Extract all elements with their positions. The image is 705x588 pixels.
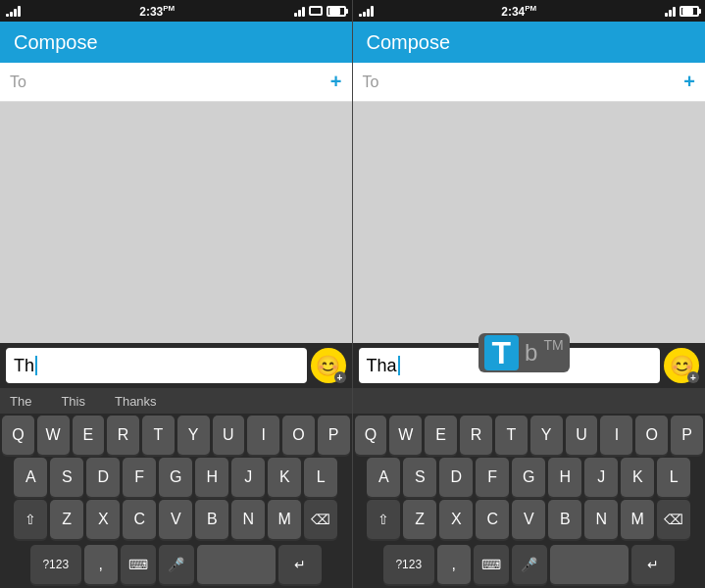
key-m-left[interactable]: M <box>268 500 301 539</box>
key-j-right[interactable]: J <box>584 458 618 497</box>
key-f-left[interactable]: F <box>123 458 156 497</box>
key-u-left[interactable]: U <box>213 416 245 455</box>
key-k-left[interactable]: K <box>268 458 301 497</box>
to-plus-right[interactable]: + <box>683 71 695 93</box>
key-d-left[interactable]: D <box>86 458 120 497</box>
key-backspace-right[interactable]: ⌫ <box>657 500 690 539</box>
key-a-left[interactable]: A <box>14 458 47 497</box>
text-input-left[interactable]: Th <box>6 348 307 383</box>
key-e-left[interactable]: E <box>73 416 105 455</box>
key-space-right[interactable] <box>550 545 629 584</box>
key-a-right[interactable]: A <box>367 458 400 497</box>
key-keyboard-right[interactable]: ⌨ <box>474 545 509 584</box>
status-right-left <box>294 5 346 17</box>
key-y-right[interactable]: Y <box>530 416 563 455</box>
key-j-left[interactable]: J <box>231 458 265 497</box>
key-f-right[interactable]: F <box>476 458 509 497</box>
message-body-left[interactable] <box>0 102 352 343</box>
key-o-right[interactable]: O <box>635 416 668 455</box>
status-bar-right: 2:34PM <box>353 0 706 22</box>
key-g-left[interactable]: G <box>159 458 192 497</box>
key-l-right[interactable]: L <box>657 458 690 497</box>
key-sym-left[interactable]: ?123 <box>30 545 81 584</box>
key-shift-right[interactable]: ⇧ <box>367 500 400 539</box>
bottom-row-left: ?123 , ⌨ 🎤 ↵ <box>2 542 350 588</box>
keyboard-right: Tha T b TM 😊 + Q W E R T Y <box>353 343 706 588</box>
key-v-right[interactable]: V <box>512 500 545 539</box>
key-x-right[interactable]: X <box>439 500 473 539</box>
key-row-3-right: ⇧ Z X C V B N M ⌫ <box>355 500 704 539</box>
suggestion-2-left[interactable]: This <box>61 394 85 409</box>
suggestions-left: The This Thanks <box>0 388 352 414</box>
key-row-1-right: Q W E R T Y U I O P <box>355 416 704 455</box>
message-body-right[interactable] <box>353 102 706 343</box>
key-z-right[interactable]: Z <box>403 500 436 539</box>
key-b-left[interactable]: B <box>195 500 228 539</box>
key-space-left[interactable] <box>197 545 276 584</box>
key-mic-left[interactable]: 🎤 <box>159 545 194 584</box>
key-l-left[interactable]: L <box>304 458 337 497</box>
key-y-left[interactable]: Y <box>177 416 210 455</box>
key-d-right[interactable]: D <box>439 458 473 497</box>
popup-T: T <box>484 335 520 370</box>
key-t-left[interactable]: T <box>142 416 175 455</box>
suggestion-3-left[interactable]: Thanks <box>115 394 157 409</box>
key-w-left[interactable]: W <box>37 416 70 455</box>
key-m-right[interactable]: M <box>621 500 654 539</box>
key-k-right[interactable]: K <box>621 458 654 497</box>
emoji-btn-left[interactable]: 😊 + <box>311 348 346 383</box>
key-g-right[interactable]: G <box>512 458 545 497</box>
battery-right <box>680 6 699 17</box>
key-b-right[interactable]: B <box>548 500 581 539</box>
key-x-left[interactable]: X <box>86 500 120 539</box>
key-i-right[interactable]: I <box>600 416 632 455</box>
key-p-left[interactable]: P <box>318 416 350 455</box>
popup-tm: TM <box>543 337 563 353</box>
key-q-left[interactable]: Q <box>2 416 34 455</box>
key-p-right[interactable]: P <box>671 416 703 455</box>
signal-icon-left <box>6 5 21 17</box>
left-panel: 2:33PM Compose To + Th <box>0 0 353 588</box>
emoji-btn-right[interactable]: 😊 + <box>664 348 699 383</box>
key-n-left[interactable]: N <box>231 500 265 539</box>
key-i-left[interactable]: I <box>247 416 279 455</box>
key-backspace-left[interactable]: ⌫ <box>304 500 337 539</box>
key-o-left[interactable]: O <box>282 416 315 455</box>
key-u-right[interactable]: U <box>566 416 598 455</box>
key-e-right[interactable]: E <box>425 416 457 455</box>
to-plus-left[interactable]: + <box>330 71 342 93</box>
emoji-plus-left: + <box>334 371 346 383</box>
title-bar-right: Compose <box>353 22 706 63</box>
key-w-right[interactable]: W <box>389 416 422 455</box>
key-mic-right[interactable]: 🎤 <box>512 545 547 584</box>
t-popup: T b TM <box>478 333 570 372</box>
cursor-left <box>35 356 37 375</box>
status-bar-left: 2:33PM <box>0 0 352 22</box>
to-field-right[interactable]: To + <box>353 63 706 102</box>
key-s-left[interactable]: S <box>50 458 83 497</box>
key-h-left[interactable]: H <box>195 458 228 497</box>
key-v-left[interactable]: V <box>159 500 192 539</box>
key-h-right[interactable]: H <box>548 458 581 497</box>
key-s-right[interactable]: S <box>403 458 436 497</box>
key-c-left[interactable]: C <box>123 500 156 539</box>
key-n-right[interactable]: N <box>584 500 618 539</box>
key-enter-right[interactable]: ↵ <box>631 545 675 584</box>
key-shift-left[interactable]: ⇧ <box>14 500 47 539</box>
key-comma-left[interactable]: , <box>84 545 118 584</box>
key-keyboard-left[interactable]: ⌨ <box>121 545 156 584</box>
time-left: 2:33PM <box>139 4 175 19</box>
key-row-1-left: Q W E R T Y U I O P <box>2 416 350 455</box>
signal-icon-right <box>359 5 374 17</box>
key-z-left[interactable]: Z <box>50 500 83 539</box>
suggestion-1-left[interactable]: The <box>10 394 31 409</box>
to-field-left[interactable]: To + <box>0 63 352 102</box>
key-r-left[interactable]: R <box>107 416 139 455</box>
key-comma-right[interactable]: , <box>437 545 471 584</box>
key-sym-right[interactable]: ?123 <box>383 545 434 584</box>
key-enter-left[interactable]: ↵ <box>278 545 322 584</box>
key-t-right[interactable]: T <box>495 416 528 455</box>
key-r-right[interactable]: R <box>460 416 492 455</box>
key-q-right[interactable]: Q <box>355 416 387 455</box>
key-c-right[interactable]: C <box>476 500 509 539</box>
